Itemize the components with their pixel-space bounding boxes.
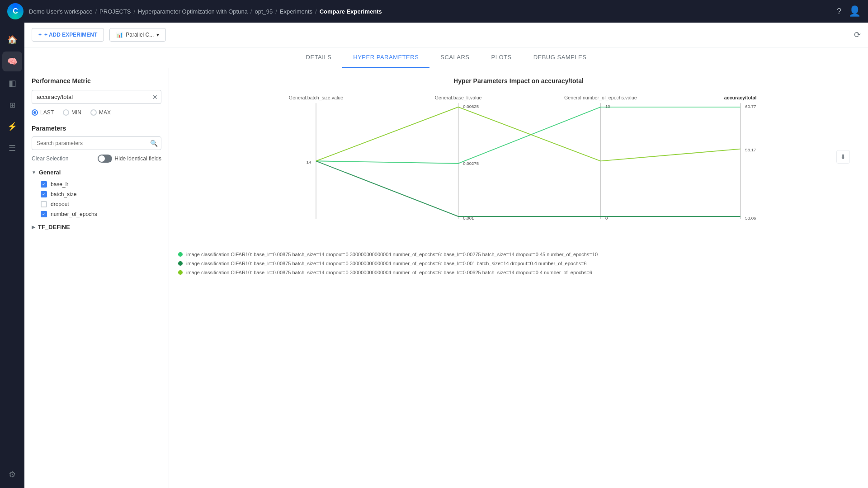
chevron-right-tf-define: ▶: [32, 225, 35, 230]
svg-text:14: 14: [307, 160, 311, 164]
legend-dot-1: [178, 261, 183, 266]
breadcrumb-workspace[interactable]: Demo User's workspace: [29, 8, 92, 15]
svg-text:0.00275: 0.00275: [463, 161, 479, 166]
chart-icon: 📊: [116, 32, 123, 38]
group-general-params: base_lr batch_size dropout number_of_epo…: [32, 179, 161, 219]
parameters-title: Parameters: [32, 125, 161, 132]
add-icon: +: [38, 32, 42, 38]
svg-text:accuracy/total: accuracy/total: [724, 95, 757, 100]
sidebar-item-brain[interactable]: 🧠: [2, 52, 22, 71]
svg-text:10: 10: [605, 104, 610, 109]
topbar-right: ? 👤: [837, 5, 861, 17]
checkbox-dropout[interactable]: [41, 201, 47, 207]
breadcrumb-sep-2: /: [133, 8, 135, 15]
tab-details[interactable]: DETAILS: [295, 47, 343, 68]
radio-min[interactable]: MIN: [63, 109, 81, 116]
svg-text:General.batch_size.value: General.batch_size.value: [289, 95, 343, 100]
breadcrumb-current: Compare Experiments: [320, 8, 382, 15]
user-avatar[interactable]: 👤: [849, 5, 861, 17]
toggle-switch-icon[interactable]: [98, 155, 112, 163]
group-general-header[interactable]: ▼ General: [32, 169, 161, 176]
topbar: C Demo User's workspace / PROJECTS / Hyp…: [0, 0, 868, 23]
legend-text-1: image classification CIFAR10: base_lr=0.…: [186, 261, 587, 266]
param-number-of-epochs[interactable]: number_of_epochs: [32, 209, 161, 219]
tab-debug-samples[interactable]: DEBUG SAMPLES: [523, 47, 598, 68]
metric-input-wrap: ✕: [32, 90, 161, 104]
parallel-chart-svg: General.batch_size.value General.base_lr…: [178, 94, 859, 238]
group-tf-define-label: TF_DEFINE: [38, 224, 70, 230]
main-wrapper: + + ADD EXPERIMENT 📊 Parallel C... ▾ ⟳ D…: [24, 23, 868, 488]
search-parameters-input[interactable]: [32, 136, 161, 150]
breadcrumb-project-name[interactable]: Hyperparameter Optimization with Optuna: [138, 8, 248, 15]
metric-input[interactable]: [32, 90, 161, 104]
refresh-icon[interactable]: ⟳: [854, 30, 861, 39]
param-dropout[interactable]: dropout: [32, 199, 161, 209]
toolbar-right: ⟳: [854, 30, 861, 40]
parallel-label: Parallel C...: [126, 32, 154, 38]
radio-min-label: MIN: [71, 109, 81, 116]
param-batch-size[interactable]: batch_size: [32, 189, 161, 199]
checkbox-batch-size[interactable]: [41, 191, 47, 197]
breadcrumb-sep-5: /: [315, 8, 317, 15]
clear-selection-btn[interactable]: Clear Selection: [32, 155, 68, 162]
sidebar-item-layers[interactable]: ◧: [2, 73, 22, 93]
legend-text-0: image classification CIFAR10: base_lr=0.…: [186, 252, 598, 257]
sidebar-item-home[interactable]: 🏠: [2, 30, 22, 50]
svg-text:General.number_of_epochs.value: General.number_of_epochs.value: [564, 95, 637, 100]
add-experiment-button[interactable]: + + ADD EXPERIMENT: [32, 28, 104, 42]
params-actions: Clear Selection Hide identical fields: [32, 155, 161, 163]
radio-dot-max: [90, 109, 97, 116]
sidebar-item-settings[interactable]: ⚙: [2, 468, 22, 488]
breadcrumb-sep-1: /: [95, 8, 97, 15]
param-batch-size-label: batch_size: [51, 191, 76, 197]
radio-dot-min: [63, 109, 69, 116]
tab-hyper-parameters[interactable]: HYPER PARAMETERS: [342, 47, 429, 68]
radio-last-label: LAST: [40, 109, 54, 116]
parallel-coords-button[interactable]: 📊 Parallel C... ▾: [109, 28, 166, 42]
search-icon[interactable]: 🔍: [150, 140, 158, 147]
sidebar-item-pipelines[interactable]: ⚡: [2, 117, 22, 136]
legend-dot-2: [178, 270, 183, 275]
chevron-down-icon: ▾: [156, 32, 159, 38]
radio-group: LAST MIN MAX: [32, 109, 161, 116]
left-panel: Performance Metric ✕ LAST MIN MAX: [24, 68, 169, 488]
breadcrumb-projects[interactable]: PROJECTS: [99, 8, 131, 15]
legend-item-0: image classification CIFAR10: base_lr=0.…: [178, 252, 859, 257]
content-area: Performance Metric ✕ LAST MIN MAX: [24, 68, 868, 488]
param-base-lr-label: base_lr: [51, 181, 68, 188]
svg-text:53.06: 53.06: [745, 216, 756, 221]
legend-text-2: image classification CIFAR10: base_lr=0.…: [186, 270, 592, 275]
app-logo[interactable]: C: [7, 3, 24, 19]
sidebar-item-menu[interactable]: ☰: [2, 138, 22, 158]
legend-item-1: image classification CIFAR10: base_lr=0.…: [178, 261, 859, 266]
svg-text:0.00625: 0.00625: [463, 104, 479, 109]
performance-metric-title: Performance Metric: [32, 77, 161, 84]
add-experiment-label: + ADD EXPERIMENT: [44, 32, 97, 38]
right-panel: Hyper Parameters Impact on accuracy/tota…: [169, 68, 868, 488]
breadcrumb-experiments[interactable]: Experiments: [280, 8, 312, 15]
breadcrumb-sep-4: /: [275, 8, 277, 15]
legend-dot-0: [178, 252, 183, 257]
radio-last[interactable]: LAST: [32, 109, 54, 116]
help-icon[interactable]: ?: [837, 7, 841, 16]
svg-text:58.17: 58.17: [745, 147, 756, 152]
toolbar: + + ADD EXPERIMENT 📊 Parallel C... ▾ ⟳: [24, 23, 868, 47]
radio-max[interactable]: MAX: [90, 109, 111, 116]
svg-text:General.base_lr.value: General.base_lr.value: [435, 95, 482, 100]
checkbox-number-of-epochs[interactable]: [41, 211, 47, 217]
parallel-chart-container: General.batch_size.value General.base_lr…: [178, 94, 859, 238]
legend-item-2: image classification CIFAR10: base_lr=0.…: [178, 270, 859, 275]
group-tf-define-header[interactable]: ▶ TF_DEFINE: [32, 224, 161, 230]
tab-scalars[interactable]: SCALARS: [429, 47, 480, 68]
chevron-down-general: ▼: [32, 170, 36, 175]
tab-plots[interactable]: PLOTS: [481, 47, 523, 68]
radio-dot-last: [32, 109, 38, 116]
svg-text:60.77: 60.77: [745, 104, 756, 109]
breadcrumb-opt95[interactable]: opt_95: [255, 8, 273, 15]
sidebar-item-table[interactable]: ⊞: [2, 95, 22, 115]
legend-area: image classification CIFAR10: base_lr=0.…: [178, 252, 859, 275]
clear-metric-icon[interactable]: ✕: [152, 94, 158, 101]
hide-identical-toggle[interactable]: Hide identical fields: [98, 155, 161, 163]
param-base-lr[interactable]: base_lr: [32, 179, 161, 189]
checkbox-base-lr[interactable]: [41, 181, 47, 188]
